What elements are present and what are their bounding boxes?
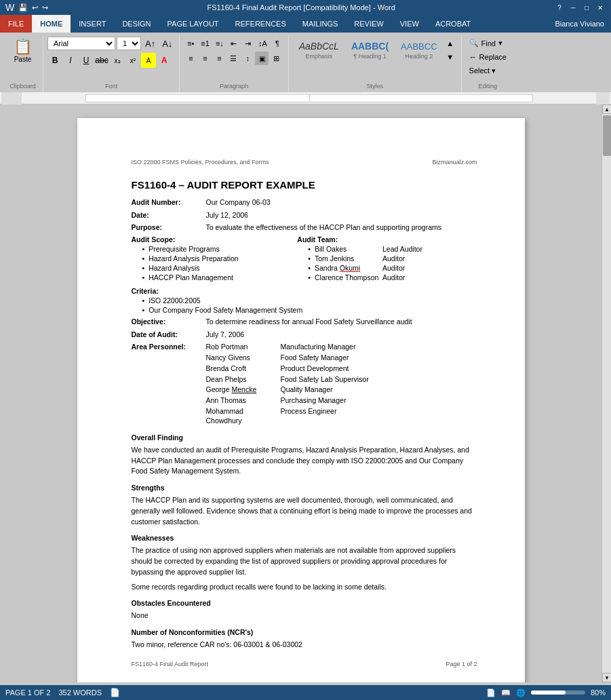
document-container: ISO 22000 FSMS Policies, Procedures, and… [0, 104, 611, 682]
shading-button[interactable]: ▣ [255, 52, 269, 65]
tab-insert[interactable]: INSERT [71, 15, 114, 33]
clipboard-content: 📋 Paste [9, 37, 37, 64]
justify-button[interactable]: ☰ [226, 52, 240, 65]
scroll-thumb[interactable] [603, 115, 611, 156]
tab-acrobat[interactable]: ACROBAT [427, 15, 479, 33]
quick-access-redo[interactable]: ↪ [42, 3, 48, 12]
styles-scroll-up[interactable]: ▲ [444, 37, 457, 50]
increase-font-btn[interactable]: A↑ [142, 37, 158, 50]
team-member-2: • Tom Jenkins Auditor [308, 254, 477, 262]
tab-home[interactable]: HOME [32, 15, 71, 33]
date-row: Date: July 12, 2006 [132, 210, 477, 220]
overall-finding-text: We have conducted an audit of Prerequisi… [132, 445, 477, 477]
multilevel-button[interactable]: ≡↓ [213, 37, 226, 50]
align-right-button[interactable]: ≡ [212, 52, 226, 65]
italic-button[interactable]: I [63, 53, 78, 68]
scroll-down-arrow[interactable]: ▼ [602, 673, 611, 682]
obstacles-text: None [132, 610, 477, 621]
obstacles-title: Obstacles Encountered [132, 599, 477, 607]
page-footer: FS1160-4 Final Audit Report Page 1 of 2 [132, 661, 477, 667]
area-personnel-row: Area Personnel: Rob Portman Manufacturin… [132, 342, 477, 427]
weaknesses-title: Weaknesses [132, 534, 477, 542]
style-h2-preview: AABBCC [401, 41, 437, 52]
align-center-button[interactable]: ≡ [198, 52, 212, 65]
team-member-3: • Sandra Okumi Auditor [308, 264, 477, 272]
para-row-2: ≡ ≡ ≡ ☰ ↕ ▣ ⊞ [184, 52, 283, 65]
tab-page-layout[interactable]: PAGE LAYOUT [159, 15, 227, 33]
subscript-button[interactable]: x₂ [110, 53, 125, 68]
line-spacing-button[interactable]: ↕ [241, 52, 254, 65]
tab-review[interactable]: REVIEW [346, 15, 391, 33]
tab-file[interactable]: FILE [0, 15, 32, 33]
user-name: Bianca Viviano [548, 15, 611, 33]
borders-button[interactable]: ⊞ [269, 52, 283, 65]
scope-item-2: • Hazard Analysis Preparation [142, 254, 298, 262]
title-bar-left: W 💾 ↩ ↪ [5, 2, 48, 13]
page-header: ISO 22000 FSMS Policies, Procedures, and… [132, 159, 477, 166]
tab-references[interactable]: REFERENCES [227, 15, 294, 33]
objective-row: Objective: To determine readiness for an… [132, 317, 477, 327]
font-group: Arial 12 A↑ A↓ B I U abc x₂ x² A A Font [43, 35, 180, 92]
bullets-button[interactable]: ≡• [184, 37, 197, 50]
find-arrow: ▾ [498, 39, 502, 47]
scope-item-1: • Prerequisite Programs [142, 245, 298, 253]
date-label: Date: [132, 210, 206, 220]
increase-indent-button[interactable]: ⇥ [241, 37, 255, 50]
audit-scope-list: • Prerequisite Programs • Hazard Analysi… [142, 245, 298, 281]
personnel-table: Rob Portman Manufacturing Manager Nancy … [206, 342, 369, 427]
area-personnel-label: Area Personnel: [132, 342, 206, 427]
team-member-4: • Clarence Thompson Auditor [308, 273, 477, 281]
pilcrow-button[interactable]: ¶ [271, 37, 284, 50]
strikethrough-button[interactable]: abc [94, 53, 109, 68]
find-button[interactable]: 🔍 Find ▾ [466, 37, 510, 50]
bold-button[interactable]: B [47, 53, 62, 68]
align-left-button[interactable]: ≡ [184, 52, 197, 65]
decrease-font-btn[interactable]: A↓ [159, 37, 175, 50]
minimize-button[interactable]: ─ [568, 3, 578, 12]
font-color-button[interactable]: A [157, 53, 172, 68]
styles-label: Styles [366, 81, 383, 91]
numbering-button[interactable]: ≡1 [198, 37, 212, 50]
strengths-section: Strengths The HACCP Plan and its support… [132, 484, 477, 527]
underline-button[interactable]: U [79, 53, 94, 68]
close-button[interactable]: ✕ [595, 3, 606, 12]
quick-access-save[interactable]: 💾 [18, 3, 28, 12]
nonconformities-title: Number of Nonconformities (NCR's) [132, 628, 477, 636]
tab-design[interactable]: DESIGN [114, 15, 159, 33]
select-button[interactable]: Select ▾ [466, 64, 510, 77]
purpose-label: Purpose: [132, 222, 206, 233]
style-emphasis[interactable]: AaBbCcL Emphasis [293, 37, 345, 63]
style-heading2[interactable]: AABBCC Heading 2 [395, 38, 443, 63]
font-name-select[interactable]: Arial [47, 37, 115, 50]
superscript-button[interactable]: x² [125, 53, 140, 68]
sort-button[interactable]: ↕A [256, 37, 270, 50]
page-header-left: ISO 22000 FSMS Policies, Procedures, and… [132, 159, 269, 166]
decrease-indent-button[interactable]: ⇤ [227, 37, 241, 50]
scroll-up-arrow[interactable]: ▲ [602, 104, 611, 114]
style-heading1[interactable]: AABBC( ¶ Heading 1 [345, 37, 395, 63]
criteria-label: Criteria: [132, 287, 477, 295]
page-footer-left: FS1160-4 Final Audit Report [132, 661, 209, 667]
replace-button[interactable]: ↔ Replace [466, 51, 510, 63]
paragraph-group: ≡• ≡1 ≡↓ ⇤ ⇥ ↕A ¶ ≡ ≡ ≡ ☰ ↕ ▣ ⊞ Paragrap… [180, 35, 288, 92]
tab-view[interactable]: VIEW [392, 15, 427, 33]
strengths-text: The HACCP Plan and its supporting system… [132, 495, 477, 527]
quick-access-undo[interactable]: ↩ [32, 3, 38, 12]
tab-mailings[interactable]: MAILINGS [294, 15, 347, 33]
scroll-track[interactable] [602, 114, 611, 673]
help-button[interactable]: ? [554, 3, 565, 12]
audit-team-label: Audit Team: [297, 235, 477, 244]
format-row: B I U abc x₂ x² A A [47, 53, 175, 68]
styles-scroll-down[interactable]: ▼ [444, 50, 457, 64]
page-footer-right: Page 1 of 2 [446, 661, 477, 667]
criteria-list: • ISO 22000:2005 • Our Company Food Safe… [142, 296, 477, 314]
paste-button[interactable]: 📋 Paste [9, 37, 37, 64]
restore-button[interactable]: □ [581, 3, 592, 12]
audit-scope-col: Audit Scope: • Prerequisite Programs • H… [132, 235, 298, 284]
ruler-inner [85, 94, 533, 102]
obstacles-section: Obstacles Encountered None [132, 599, 477, 621]
select-label: Select ▾ [469, 66, 496, 75]
font-size-select[interactable]: 12 [117, 37, 141, 50]
replace-label: Replace [479, 53, 507, 61]
text-highlight-button[interactable]: A [141, 53, 156, 68]
